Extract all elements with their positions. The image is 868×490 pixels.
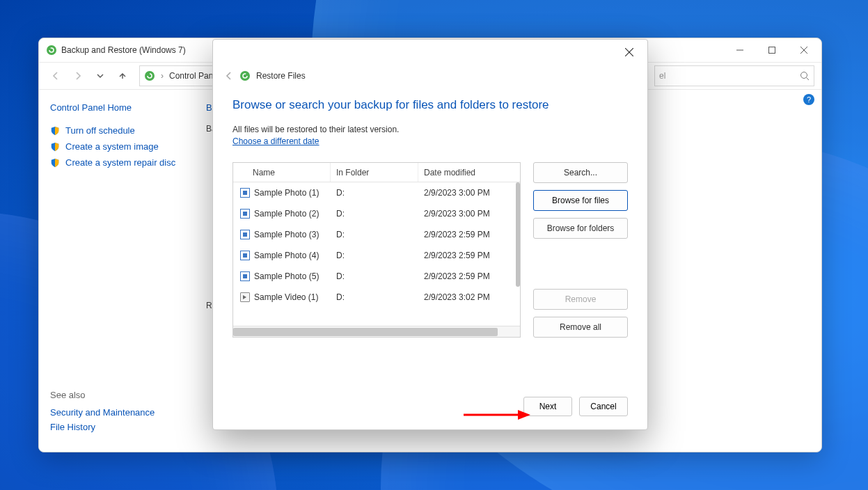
sidebar-link-label: Create a system repair disc — [65, 157, 175, 168]
file-folder: D: — [331, 292, 418, 302]
backup-icon — [46, 45, 57, 56]
help-icon[interactable]: ? — [803, 94, 814, 105]
file-row[interactable]: Sample Video (1)D:2/9/2023 3:02 PM — [233, 287, 520, 308]
file-date: 2/9/2023 3:00 PM — [418, 209, 520, 219]
file-date: 2/9/2023 3:02 PM — [418, 292, 520, 302]
file-folder: D: — [331, 209, 418, 219]
image-file-icon — [240, 251, 250, 260]
file-list-header[interactable]: Name In Folder Date modified — [233, 163, 520, 182]
image-file-icon — [240, 230, 250, 239]
file-name: Sample Photo (1) — [254, 188, 319, 198]
search-icon — [800, 71, 810, 81]
svg-rect-2 — [769, 47, 775, 54]
file-folder: D: — [331, 271, 418, 281]
remove-button[interactable]: Remove — [533, 289, 628, 310]
image-file-icon — [240, 188, 250, 198]
video-file-icon — [240, 292, 250, 302]
next-button[interactable]: Next — [523, 397, 572, 416]
see-also-header: See also — [50, 390, 155, 400]
sidebar-link-label: Turn off schedule — [65, 125, 135, 136]
choose-date-link[interactable]: Choose a different date — [232, 136, 319, 146]
cancel-button[interactable]: Cancel — [579, 397, 628, 416]
window-minimize-button[interactable] — [724, 38, 756, 62]
window-close-button[interactable] — [788, 38, 820, 62]
browse-folders-button[interactable]: Browse for folders — [533, 218, 628, 239]
remove-all-button[interactable]: Remove all — [533, 317, 628, 338]
nav-back-button[interactable] — [46, 66, 65, 86]
svg-point-5 — [145, 71, 155, 81]
svg-point-10 — [240, 71, 250, 81]
cp-title-text: Backup and Restore (Windows 7) — [61, 45, 186, 55]
sidebar-link-2[interactable]: Create a system repair disc — [50, 157, 178, 168]
restore-files-dialog: Restore Files Browse or search your back… — [212, 39, 648, 430]
dialog-close-button[interactable] — [615, 41, 643, 63]
file-list-pane: Name In Folder Date modified Sample Phot… — [232, 162, 521, 338]
nav-up-button[interactable] — [113, 66, 132, 86]
see-also-section: See also Security and MaintenanceFile Hi… — [50, 390, 155, 436]
vscroll-thumb[interactable] — [516, 182, 520, 287]
nav-recent-dropdown[interactable] — [90, 66, 110, 86]
dialog-back-button[interactable] — [224, 71, 234, 81]
dialog-heading: Browse or search your backup for files a… — [232, 98, 628, 112]
image-file-icon — [240, 271, 250, 281]
image-file-icon — [240, 209, 250, 219]
search-button[interactable]: Search... — [533, 162, 628, 183]
file-folder: D: — [331, 188, 418, 198]
file-date: 2/9/2023 2:59 PM — [418, 271, 520, 281]
dialog-subtitle: All files will be restored to their late… — [232, 125, 628, 134]
see-also-link-1[interactable]: File History — [50, 422, 155, 432]
svg-point-0 — [47, 45, 56, 55]
file-date: 2/9/2023 2:59 PM — [418, 251, 520, 260]
file-date: 2/9/2023 3:00 PM — [418, 188, 520, 198]
browse-files-button[interactable]: Browse for files — [533, 190, 628, 211]
backup-icon — [144, 70, 155, 81]
file-row[interactable]: Sample Photo (2)D:2/9/2023 3:00 PM — [233, 203, 520, 224]
col-header-date[interactable]: Date modified — [418, 163, 520, 182]
file-folder: D: — [331, 230, 418, 239]
cp-sidebar: Control Panel Home Turn off scheduleCrea… — [39, 90, 189, 452]
file-row[interactable]: Sample Photo (1)D:2/9/2023 3:00 PM — [233, 182, 520, 203]
sidebar-link-1[interactable]: Create a system image — [50, 141, 178, 152]
hscroll-thumb[interactable] — [233, 328, 498, 336]
svg-line-7 — [807, 78, 810, 81]
vertical-scrollbar[interactable] — [516, 182, 520, 326]
file-name: Sample Photo (4) — [254, 251, 319, 260]
file-name: Sample Photo (3) — [254, 230, 319, 239]
control-panel-home-link[interactable]: Control Panel Home — [50, 102, 178, 113]
horizontal-scrollbar[interactable] — [233, 326, 520, 337]
search-box[interactable]: el — [654, 65, 814, 86]
file-rows-container: Sample Photo (1)D:2/9/2023 3:00 PMSample… — [233, 182, 520, 326]
restore-icon — [239, 70, 251, 81]
file-date: 2/9/2023 2:59 PM — [418, 230, 520, 239]
col-header-name[interactable]: Name — [233, 163, 331, 182]
see-also-link-0[interactable]: Security and Maintenance — [50, 407, 155, 418]
search-placeholder: el — [659, 71, 665, 81]
file-row[interactable]: Sample Photo (5)D:2/9/2023 2:59 PM — [233, 266, 520, 287]
file-folder: D: — [331, 251, 418, 260]
sidebar-link-0[interactable]: Turn off schedule — [50, 125, 178, 136]
col-header-folder[interactable]: In Folder — [331, 163, 418, 182]
file-name: Sample Photo (5) — [254, 271, 319, 281]
file-row[interactable]: Sample Photo (4)D:2/9/2023 2:59 PM — [233, 245, 520, 266]
nav-forward-button[interactable] — [68, 66, 88, 86]
sidebar-link-label: Create a system image — [65, 141, 159, 152]
window-maximize-button[interactable] — [756, 38, 788, 62]
file-name: Sample Photo (2) — [254, 209, 319, 219]
file-row[interactable]: Sample Photo (3)D:2/9/2023 2:59 PM — [233, 224, 520, 245]
svg-point-6 — [801, 72, 807, 79]
dialog-title: Restore Files — [256, 71, 306, 81]
file-name: Sample Video (1) — [254, 292, 319, 302]
